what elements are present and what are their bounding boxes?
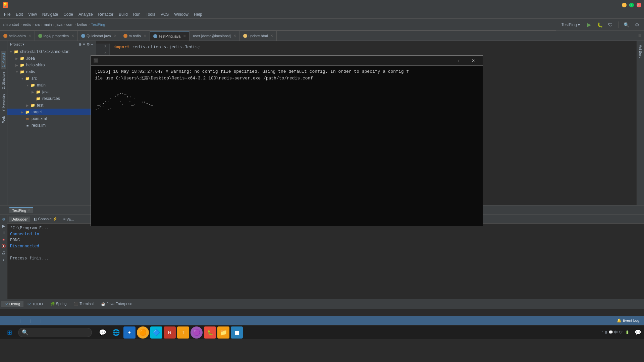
left-tab-structure[interactable]: 2: Structure <box>1 70 6 91</box>
left-tab-project[interactable]: 1: Project <box>1 51 6 69</box>
sidebar-collapse-btn[interactable]: ≡ <box>83 42 85 47</box>
taskbar-app-red[interactable]: R <box>164 326 176 339</box>
close-button[interactable]: ✕ <box>637 3 641 7</box>
menu-window[interactable]: Window <box>171 11 191 17</box>
bottom-tab-debug[interactable]: 5: Debug <box>1 301 23 307</box>
bottom-tab-terminal[interactable]: ⬛ Terminal <box>70 301 97 307</box>
redis-console-output[interactable]: [1836] 16 May 18:02:27.647 # Warning: no… <box>91 66 483 226</box>
tab-update-html-close[interactable]: ✕ <box>270 34 273 38</box>
taskbar-app-purple[interactable]: 🟣 <box>191 326 203 339</box>
taskbar-search[interactable]: 🔍 <box>18 328 92 337</box>
menu-build[interactable]: Build <box>116 11 130 17</box>
menu-vcs[interactable]: VCS <box>158 11 172 17</box>
sub-tab-console[interactable]: ◧ Console ⚡ <box>31 216 60 222</box>
run-button[interactable]: ▶ <box>585 20 593 29</box>
redis-maximize-btn[interactable]: □ <box>453 56 467 66</box>
debug-tab-testping-close[interactable]: ✕ <box>28 208 30 212</box>
menu-tools[interactable]: Tools <box>143 11 158 17</box>
process-bar <box>0 308 644 316</box>
status-event-log[interactable]: 🔔 Event Log <box>615 318 641 323</box>
menu-analyze[interactable]: Analyze <box>76 11 96 17</box>
breadcrumb-project[interactable]: shiro-start <box>3 22 19 26</box>
menu-run[interactable]: Run <box>130 11 143 17</box>
bottom-tab-todo[interactable]: 6: TODO <box>24 301 46 307</box>
taskbar-app-yellow[interactable]: T <box>177 326 189 339</box>
menu-code[interactable]: Code <box>61 11 76 17</box>
debug-settings-btn[interactable]: ⚙ <box>1 216 7 222</box>
tree-item-pom[interactable]: m pom.xml <box>7 115 96 122</box>
tab-redis-m[interactable]: m redis ✕ <box>120 31 150 41</box>
debug-pause-btn[interactable]: ⏸ <box>1 230 7 236</box>
console-output[interactable]: "C:\Program F... Connected to PONG Disco… <box>7 224 644 299</box>
tab-user-close[interactable]: ✕ <box>233 34 236 38</box>
tab-update-html[interactable]: update.html ✕ <box>240 31 277 41</box>
debug-button[interactable]: 🐛 <box>595 20 604 29</box>
taskbar-app-blue2[interactable]: 🔷 <box>150 326 162 339</box>
tree-item-main[interactable]: ▾ 📁 main <box>7 82 96 88</box>
run-config-dropdown[interactable]: TestPing ▾ <box>559 20 583 29</box>
sidebar-settings-btn[interactable]: ⚙ <box>87 42 90 47</box>
tree-item-iml[interactable]: ■ redis.iml <box>7 122 96 129</box>
taskbar-app-orange[interactable]: 🟠 <box>137 326 149 339</box>
tab-hello-shiro[interactable]: hello-shiro ✕ <box>0 31 35 41</box>
bottom-tab-spring[interactable]: 🌿 Spring <box>47 301 70 307</box>
tree-item-java[interactable]: ▶ 📁 java <box>7 88 96 95</box>
debug-mute-btn[interactable]: 🔇 <box>1 243 7 249</box>
minimize-button[interactable]: ─ <box>622 3 627 7</box>
debug-resume-btn[interactable]: ▶ <box>1 223 7 229</box>
sub-tab-debugger[interactable]: Debugger <box>9 217 30 222</box>
search-button[interactable]: 🔍 <box>622 20 631 29</box>
debug-tab-testping[interactable]: TestPing ✕ <box>9 207 33 213</box>
left-tab-web[interactable]: Web <box>1 114 6 125</box>
tree-arrow-resources <box>30 96 36 101</box>
left-tab-favorites[interactable]: 7: Favorites <box>1 92 6 113</box>
menu-help[interactable]: Help <box>191 11 205 17</box>
tree-item-root[interactable]: ▾ 📁 shiro-start G:\xcx\shiro-start <box>7 48 96 55</box>
tab-testping[interactable]: TestPing.java ✕ <box>150 31 190 41</box>
tree-item-target[interactable]: ▶ 📁 target <box>7 109 96 115</box>
start-button[interactable]: ⊞ <box>3 327 16 338</box>
tab-testping-close[interactable]: ✕ <box>183 34 186 38</box>
tree-item-idea[interactable]: ▶ 📁 .idea <box>7 55 96 62</box>
tree-item-resources[interactable]: 📁 resources <box>7 95 96 102</box>
more-tabs-button[interactable]: ≡ <box>638 33 641 39</box>
right-tab-ant[interactable]: Ant Build <box>638 42 643 61</box>
sidebar-sync-btn[interactable]: ⊕ <box>78 42 82 47</box>
systray[interactable]: ^ ⊕ 💬 中 🛡 <box>602 330 623 335</box>
menu-navigate[interactable]: Navigate <box>40 11 61 17</box>
taskbar-app-chrome[interactable]: 🌐 <box>110 326 122 339</box>
tree-item-test[interactable]: ▶ 📁 test <box>7 102 96 109</box>
tab-quickstart-close[interactable]: ✕ <box>114 34 116 38</box>
taskbar-app-filemanager[interactable]: 📁 <box>217 326 229 339</box>
settings-button[interactable]: ⚙ <box>633 20 641 29</box>
menu-refactor[interactable]: Refactor <box>96 11 116 17</box>
menu-file[interactable]: File <box>1 11 13 17</box>
taskbar-app-red2[interactable]: 🐛 <box>204 326 216 339</box>
redis-minimize-btn[interactable]: ─ <box>440 56 453 66</box>
tab-user[interactable]: user [demo@localhost] ✕ <box>190 31 240 41</box>
taskbar-app-wechat[interactable]: 💬 <box>97 326 109 339</box>
tab-log4j[interactable]: log4j.properties ✕ <box>35 31 78 41</box>
bottom-tabs: 5: Debug 6: TODO 🌿 Spring ⬛ Terminal ☕ J… <box>0 299 644 308</box>
tree-item-redis[interactable]: ▾ 📁 redis <box>7 68 96 75</box>
bottom-tab-java-enterprise[interactable]: ☕ Java Enterprise <box>98 301 136 307</box>
sub-tab-va[interactable]: ≡ Va... <box>61 217 76 222</box>
sidebar-close-btn[interactable]: − <box>91 42 93 47</box>
taskbar-app-blue[interactable]: ✦ <box>123 326 136 339</box>
menu-view[interactable]: View <box>25 11 40 17</box>
tab-redis-m-close[interactable]: ✕ <box>144 34 146 38</box>
tree-item-src[interactable]: ▾ 📁 src <box>7 75 96 82</box>
run-with-coverage-button[interactable]: 🛡 <box>606 20 615 29</box>
taskbar-app-blue3[interactable]: ◼ <box>231 326 243 339</box>
maximize-button[interactable]: □ <box>629 3 634 7</box>
menu-edit[interactable]: Edit <box>13 11 25 17</box>
notification-icon[interactable]: 💬 <box>635 329 641 336</box>
tab-hello-shiro-close[interactable]: ✕ <box>29 34 31 38</box>
redis-close-btn[interactable]: ✕ <box>467 56 480 66</box>
tree-item-hello-shiro[interactable]: ▶ 📁 hello-shiro <box>7 62 96 68</box>
debug-print-btn[interactable]: 🖨 <box>1 250 7 256</box>
debug-stop-btn[interactable]: ■ <box>1 236 7 242</box>
tab-quickstart[interactable]: Quickstart.java ✕ <box>78 31 120 41</box>
tab-log4j-close[interactable]: ✕ <box>71 34 74 38</box>
debug-scroll-btn[interactable]: ↕ <box>1 256 7 262</box>
